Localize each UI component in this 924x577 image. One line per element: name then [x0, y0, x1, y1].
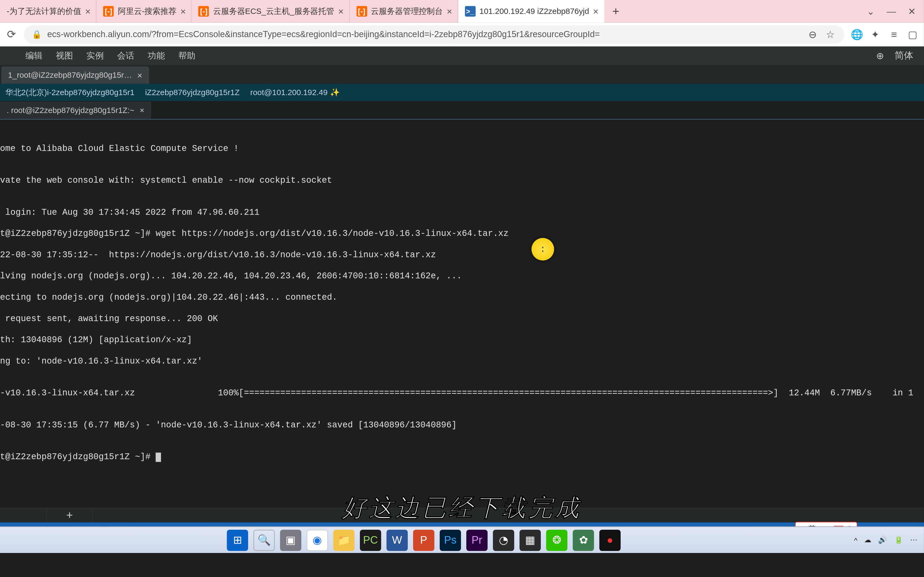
- video-subtitle: 好这边已经下载完成: [342, 492, 582, 524]
- connection-info-bar: 华北2(北京)i-2zebp876yjdzg80g15r1 iZ2zebp876…: [0, 84, 924, 101]
- terminal-line: -v10.16.3-linux-x64.tar.xz 100%[========…: [0, 388, 924, 399]
- close-icon[interactable]: ×: [140, 106, 144, 115]
- conn-hostname: iZ2zebp876yjdzg80g15r1Z: [145, 88, 240, 97]
- terminal-tabs: . root@iZ2zebp876yjdzg80g15r1Z:~ ×: [0, 101, 924, 120]
- url-field[interactable]: 🔒 ecs-workbench.aliyun.com/?from=EcsCons…: [24, 25, 844, 44]
- key-icon[interactable]: ⊖: [807, 28, 819, 40]
- photoshop-icon[interactable]: Ps: [439, 529, 461, 551]
- recorder-icon[interactable]: ●: [599, 529, 620, 551]
- close-icon[interactable]: ×: [181, 6, 186, 16]
- menu-item-function[interactable]: 功能: [141, 50, 171, 62]
- favicon-icon: [-]: [356, 6, 367, 16]
- tray-battery-icon[interactable]: 🔋: [894, 536, 903, 544]
- browser-tabstrip: -为了无法计算的价值 × [-] 阿里云-搜索推荐 × [-] 云服务器ECS_…: [0, 0, 924, 23]
- tab-title: 云服务器ECS_云主机_服务器托管: [213, 6, 334, 17]
- star-icon[interactable]: ☆: [824, 28, 836, 40]
- menu-item-edit[interactable]: 编辑: [19, 50, 49, 62]
- start-button[interactable]: ⊞: [227, 529, 248, 551]
- app-icon-3[interactable]: ✿: [573, 529, 594, 551]
- menu-item-instance[interactable]: 实例: [80, 50, 110, 62]
- app-icon-1[interactable]: ◔: [493, 529, 514, 551]
- tab-title: 阿里云-搜索推荐: [118, 6, 176, 17]
- terminal-line: login: Tue Aug 30 17:34:45 2022 from 47.…: [0, 207, 924, 218]
- terminal-tab-label: . root@iZ2zebp876yjdzg80g15r1Z:~: [7, 106, 134, 115]
- terminal-line: ome to Alibaba Cloud Elastic Compute Ser…: [0, 143, 924, 154]
- menu-item-help[interactable]: 帮助: [172, 50, 202, 62]
- browser-tab-2[interactable]: [-] 云服务器ECS_云主机_服务器托管 ×: [192, 0, 349, 23]
- minimize-icon[interactable]: —: [887, 6, 896, 16]
- account-icon[interactable]: ▢: [906, 28, 919, 40]
- lock-icon: 🔒: [32, 30, 42, 39]
- terminal[interactable]: ome to Alibaba Cloud Elastic Compute Ser…: [0, 120, 924, 508]
- bottom-tab-terminal[interactable]: [0, 508, 47, 522]
- taskview-button[interactable]: ▣: [280, 529, 301, 551]
- terminal-line: lving nodejs.org (nodejs.org)... 104.20.…: [0, 271, 924, 282]
- terminal-line: 22-08-30 17:35:12-- https://nodejs.org/d…: [0, 250, 924, 260]
- globe-icon[interactable]: 🌐: [851, 28, 863, 40]
- tabstrip: -为了无法计算的价值 × [-] 阿里云-搜索推荐 × [-] 云服务器ECS_…: [0, 0, 859, 23]
- terminal-line: request sent, awaiting response... 200 O…: [0, 314, 924, 324]
- tab-title: 101.200.192.49 iZ2zebp876yjd: [480, 7, 589, 16]
- terminal-line: ecting to nodejs.org (nodejs.org)|104.20…: [0, 292, 924, 303]
- windows-taskbar: ⊞ 🔍 ▣ ◉ 📁 PC W P Ps Pr ◔ ▦ ❂ ✿ ● ^ ☁ 🔊 🔋…: [0, 526, 924, 553]
- close-icon[interactable]: ×: [447, 6, 452, 16]
- url-text: ecs-workbench.aliyun.com/?from=EcsConsol…: [47, 29, 801, 39]
- wechat-icon[interactable]: ❂: [546, 529, 567, 551]
- terminal-line: th: 13040896 (12M) [application/x-xz]: [0, 335, 924, 346]
- terminal-tab-0[interactable]: . root@iZ2zebp876yjdzg80g15r1Z:~ ×: [0, 102, 151, 119]
- close-icon[interactable]: ×: [338, 6, 344, 16]
- close-icon[interactable]: ×: [593, 6, 598, 16]
- terminal-line: -08-30 17:35:15 (6.77 MB/s) - 'node-v10.…: [0, 420, 924, 430]
- close-icon[interactable]: ×: [137, 70, 142, 80]
- cursor: [156, 452, 161, 462]
- powerpoint-icon[interactable]: P: [413, 529, 435, 551]
- caret-down-icon[interactable]: ⌄: [867, 6, 875, 16]
- session-tab-label: 1_root@iZ2zebp876yjdzg80g15r…: [8, 71, 132, 80]
- window-controls: ⌄ — ✕: [859, 6, 924, 16]
- search-button[interactable]: 🔍: [254, 529, 275, 551]
- tab-title: 云服务器管理控制台: [371, 6, 443, 17]
- click-highlight-icon: :: [531, 238, 554, 261]
- terminal-line: t@iZ2zebp876yjdzg80g15r1Z ~]# wget https…: [0, 229, 924, 239]
- menu-icon[interactable]: ≡: [888, 29, 900, 40]
- menu-item-view[interactable]: 视图: [49, 50, 80, 62]
- spark-icon: ✨: [330, 88, 340, 97]
- conn-user-ip: root@101.200.192.49: [250, 88, 328, 97]
- chrome-icon[interactable]: ◉: [307, 529, 328, 551]
- tray-volume-icon[interactable]: 🔊: [878, 536, 887, 544]
- browser-tab-1[interactable]: [-] 阿里云-搜索推荐 ×: [97, 0, 192, 23]
- favicon-icon: [-]: [103, 6, 114, 16]
- close-icon[interactable]: ×: [85, 6, 90, 16]
- tab-title: -为了无法计算的价值: [7, 6, 81, 17]
- close-window-icon[interactable]: ✕: [908, 6, 916, 16]
- tray-chevron-icon[interactable]: ^: [854, 536, 858, 544]
- tray-cloud-icon[interactable]: ☁: [864, 536, 871, 544]
- app-icon-2[interactable]: ▦: [520, 529, 541, 551]
- session-tab-0[interactable]: 1_root@iZ2zebp876yjdzg80g15r… ×: [2, 66, 149, 84]
- taskbar-center: ⊞ 🔍 ▣ ◉ 📁 PC W P Ps Pr ◔ ▦ ❂ ✿ ●: [0, 529, 847, 551]
- explorer-icon[interactable]: 📁: [333, 529, 355, 551]
- conn-region-instance: 华北2(北京)i-2zebp876yjdzg80g15r1: [5, 87, 134, 98]
- bottom-tab-add[interactable]: +: [47, 508, 93, 522]
- system-tray: ^ ☁ 🔊 🔋 ⋯: [847, 536, 924, 544]
- premiere-icon[interactable]: Pr: [466, 529, 488, 551]
- browser-tab-0[interactable]: -为了无法计算的价值 ×: [0, 0, 97, 23]
- menu-item-session[interactable]: 会话: [110, 50, 141, 62]
- favicon-icon: [-]: [199, 6, 209, 16]
- favicon-icon: >_: [465, 6, 476, 16]
- new-tab-button[interactable]: +: [604, 0, 627, 23]
- language-toggle[interactable]: 简体: [889, 50, 918, 62]
- extensions-icon[interactable]: ✦: [869, 28, 882, 40]
- word-icon[interactable]: W: [386, 529, 408, 551]
- add-session-icon[interactable]: ⊕: [871, 50, 890, 61]
- tray-more-icon[interactable]: ⋯: [910, 536, 917, 544]
- terminal-prompt: t@iZ2zebp876yjdzg80g15r1Z ~]#: [0, 452, 924, 463]
- reload-icon[interactable]: ⟳: [5, 28, 18, 40]
- terminal-line: ng to: 'node-v10.16.3-linux-x64.tar.xz': [0, 356, 924, 367]
- terminal-line: vate the web console with: systemctl ena…: [0, 176, 924, 186]
- browser-tab-4[interactable]: >_ 101.200.192.49 iZ2zebp876yjd ×: [458, 0, 604, 23]
- browser-tab-3[interactable]: [-] 云服务器管理控制台 ×: [350, 0, 458, 23]
- url-bar: ⟳ 🔒 ecs-workbench.aliyun.com/?from=EcsCo…: [0, 23, 924, 47]
- pycharm-icon[interactable]: PC: [360, 529, 381, 551]
- workbench-menubar: 编辑 视图 实例 会话 功能 帮助 ⊕ 简体: [0, 47, 924, 65]
